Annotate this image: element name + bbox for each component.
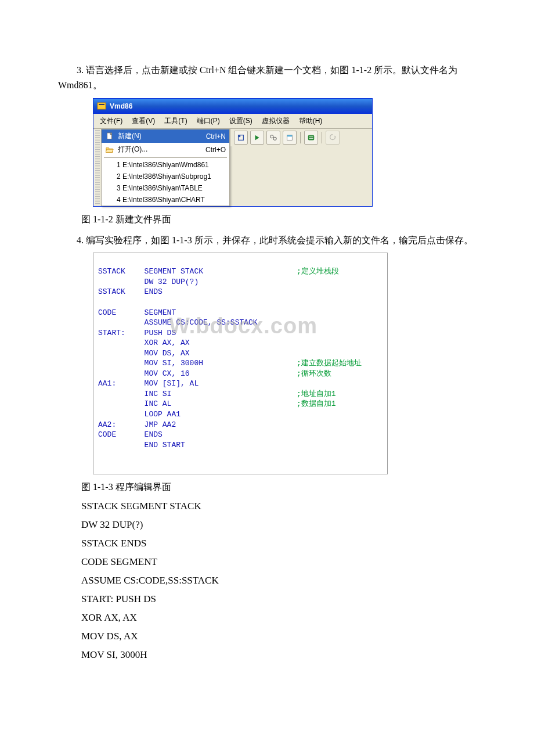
svg-marker-14 [335,136,337,138]
code-label: SSTACK [98,267,135,277]
code-ins: INC AL [145,399,172,408]
menu-item-new-shortcut: Ctrl+N [196,132,226,141]
toolbar-grip-icon [95,130,100,205]
code-comment: ;数据自加1 [297,399,336,409]
toolbar-btn-6[interactable] [326,131,340,145]
menu-help[interactable]: 帮助(H) [294,115,327,127]
svg-rect-0 [98,103,106,109]
svg-rect-13 [309,138,313,139]
code-ins: LOOP AA1 [145,410,181,419]
code-ins: DW 32 DUP(?) [145,278,199,286]
menu-item-open[interactable]: 打开(O)... Ctrl+O [102,143,229,156]
toolbar-btn-3[interactable] [266,131,280,145]
code-ins: MOV DS, AX [145,349,190,358]
code-comment: ;建立数据起始地址 [297,358,362,369]
toolbar-btn-5[interactable] [304,131,318,145]
figure-caption-2: 图 1-1-3 程序编辑界面 [81,481,493,494]
code-comment: ;定义堆栈段 [297,267,339,277]
asm-line: MOV SI, 3000H [81,649,493,661]
mru-item-3[interactable]: 3 E:\Intel386\Shiyan\TABLE [102,182,229,194]
figure-caption-1: 图 1-1-2 新建文件界面 [81,214,493,226]
code-ins: MOV CX, 16 [145,369,190,378]
code-ins: INC SI [145,390,172,398]
svg-point-7 [273,137,276,140]
code-label: START: [98,328,135,339]
code-ins: PUSH DS [145,329,176,337]
code-ins: JMP AA2 [145,420,176,429]
open-folder-icon [105,145,114,154]
svg-rect-12 [309,136,313,137]
menu-virtual[interactable]: 虚拟仪器 [257,115,294,127]
title-bar: Vmd86 [93,99,372,114]
asm-line: SSTACK ENDS [81,538,493,549]
svg-marker-5 [255,135,259,141]
paragraph-3: 3. 语言选择后，点击新建或按 Ctrl+N 组合键来新建一个文档，如图 1-1… [58,63,493,92]
mru-item-2[interactable]: 2 E:\Intel386\Shiyan\Subprog1 [102,171,229,182]
toolbar [230,129,372,146]
menu-item-new-label: 新建(N) [118,131,142,141]
new-file-icon [105,132,114,141]
code-comment: ;循环次数 [297,369,331,379]
menu-separator [104,157,227,158]
code-ins: SEGMENT STACK [145,267,203,276]
svg-rect-4 [239,135,241,138]
toolbar-btn-4[interactable] [283,131,297,145]
code-ins: SEGMENT [145,308,176,317]
asm-line: MOV DS, AX [81,631,493,642]
menu-view[interactable]: 查看(V) [127,115,160,127]
menu-file[interactable]: 文件(F) [95,115,127,127]
code-ins: XOR AX, AX [145,339,190,347]
menu-item-new[interactable]: 新建(N) Ctrl+N [102,129,229,143]
svg-rect-1 [99,104,104,105]
mru-item-4[interactable]: 4 E:\Intel386\Shiyan\CHART [102,194,229,206]
menu-tool[interactable]: 工具(T) [160,115,192,127]
mru-item-1[interactable]: 1 E:\Intel386\Shiyan\Wmd861 [102,159,229,171]
menu-item-open-shortcut: Ctrl+O [195,146,226,154]
menu-item-open-label: 打开(O)... [118,145,147,154]
asm-line: ASSUME CS:CODE,SS:SSTACK [81,575,493,586]
svg-rect-10 [287,135,293,137]
code-label: CODE [98,308,135,318]
document-page: 3. 语言选择后，点击新建或按 Ctrl+N 组合键来新建一个文档，如图 1-1… [0,0,534,691]
window-title: Vmd86 [110,102,132,110]
code-editor: SSTACK SEGMENT STACK;定义堆栈段 DW 32 DUP(?) … [93,253,388,474]
code-label: AA1: [98,379,135,389]
toolbar-separator-2 [322,132,322,143]
toolbar-btn-1[interactable] [234,131,248,145]
code-comment: ;地址自加1 [297,389,336,399]
asm-line: CODE SEGMENT [81,556,493,568]
menu-settings[interactable]: 设置(S) [225,115,257,127]
toolbar-btn-2[interactable] [250,131,264,145]
asm-line: XOR AX, AX [81,612,493,624]
app-window: Vmd86 文件(F) 查看(V) 工具(T) 端口(P) 设置(S) 虚拟仪器… [93,98,373,207]
code-ins: MOV [SI], AL [145,379,199,388]
menu-port[interactable]: 端口(P) [192,115,225,127]
code-ins: ENDS [145,430,163,439]
code-ins: ENDS [145,287,163,296]
code-ins: ASSUME CS:CODE, SS:SSTACK [145,318,258,327]
code-label: SSTACK [98,287,135,297]
code-label: AA2: [98,420,135,430]
code-ins: MOV SI, 3000H [145,359,203,368]
code-ins: END START [145,441,185,449]
file-menu-dropdown: 新建(N) Ctrl+N 打开(O)... Ctrl+O 1 E:\Intel3… [101,129,230,206]
toolbar-separator [300,132,301,143]
asm-line: SSTACK SEGMENT STACK [81,501,493,512]
menu-bar: 文件(F) 查看(V) 工具(T) 端口(P) 设置(S) 虚拟仪器 帮助(H) [93,114,372,129]
code-label: CODE [98,430,135,440]
svg-rect-11 [308,135,315,141]
asm-line: START: PUSH DS [81,593,493,605]
app-icon [97,102,106,111]
paragraph-4: 4. 编写实验程序，如图 1-1-3 所示，并保存，此时系统会提示输入新的文件名… [58,233,493,248]
toolbar-area: 新建(N) Ctrl+N 打开(O)... Ctrl+O 1 E:\Intel3… [93,129,372,206]
asm-line: DW 32 DUP(?) [81,519,493,531]
